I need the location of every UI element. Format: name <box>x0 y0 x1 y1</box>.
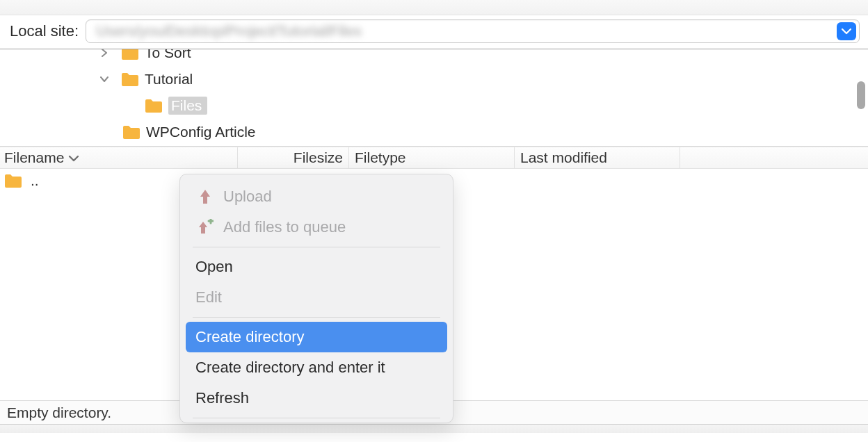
tree-label: WPConfig Article <box>146 124 256 140</box>
column-label: Filename <box>4 149 64 166</box>
menu-label: Open <box>195 258 233 276</box>
tree-row-files[interactable]: Files <box>0 92 868 119</box>
tree-row-tutorial[interactable]: Tutorial <box>0 66 868 92</box>
folder-icon <box>121 72 139 87</box>
folder-icon <box>4 173 22 188</box>
column-label: Filetype <box>355 149 406 166</box>
tree-label: To Sort <box>145 49 191 61</box>
chevron-down-icon[interactable] <box>97 72 111 86</box>
menu-item-create-directory[interactable]: Create directory <box>186 322 447 352</box>
folder-icon <box>145 98 163 113</box>
column-filesize[interactable]: Filesize <box>238 147 349 168</box>
parent-dir-label: .. <box>31 172 39 189</box>
column-spacer <box>680 147 868 168</box>
column-label: Last modified <box>520 149 607 166</box>
menu-label: Refresh <box>195 389 249 407</box>
local-site-path-bar: Local site: Users/you/Desktop/Project/Tu… <box>0 15 868 49</box>
column-filetype[interactable]: Filetype <box>349 147 515 168</box>
upload-arrow-icon <box>195 187 215 206</box>
local-folder-tree[interactable]: To Sort Tutorial Files <box>0 49 868 147</box>
window-toolbar-strip <box>0 0 868 15</box>
local-site-path-field[interactable]: Users/you/Desktop/Project/Tutorial/Files <box>86 19 860 43</box>
menu-item-refresh[interactable]: Refresh <box>180 383 453 414</box>
chevron-right-icon[interactable] <box>97 49 111 60</box>
menu-item-edit: Edit <box>180 282 453 313</box>
file-list-columns: Filename Filesize Filetype Last modified <box>0 147 868 169</box>
tree-row-wpconfig-article[interactable]: WPConfig Article <box>0 119 868 145</box>
menu-item-create-directory-enter[interactable]: Create directory and enter it <box>180 352 453 383</box>
tree-row-to-sort[interactable]: To Sort <box>0 49 868 66</box>
menu-separator <box>193 247 440 247</box>
column-last-modified[interactable]: Last modified <box>515 147 680 168</box>
menu-label: Create directory <box>195 328 305 346</box>
menu-item-add-to-queue: Add files to queue <box>180 212 453 243</box>
status-text: Empty directory. <box>7 404 111 421</box>
chevron-down-icon <box>842 28 851 35</box>
menu-label: Upload <box>223 188 272 206</box>
menu-item-open[interactable]: Open <box>180 252 453 282</box>
menu-item-upload: Upload <box>180 181 453 212</box>
menu-separator <box>193 317 440 318</box>
folder-icon <box>121 49 139 60</box>
menu-label: Add files to queue <box>223 218 346 236</box>
column-filename[interactable]: Filename <box>0 147 238 168</box>
upload-arrow-plus-icon <box>195 218 215 237</box>
tree-scrollbar[interactable] <box>857 81 865 109</box>
local-site-path-value: Users/you/Desktop/Project/Tutorial/Files <box>96 22 361 40</box>
sort-chevron-down-icon <box>68 149 79 166</box>
path-dropdown-button[interactable] <box>837 22 856 40</box>
local-site-label: Local site: <box>10 22 79 40</box>
tree-label-selected: Files <box>168 97 207 115</box>
folder-icon <box>122 124 140 140</box>
tree-label: Tutorial <box>145 71 193 88</box>
menu-label: Edit <box>195 288 222 306</box>
menu-separator <box>193 418 440 418</box>
window-bottom-strip <box>0 425 868 433</box>
column-label: Filesize <box>294 149 343 166</box>
menu-label: Create directory and enter it <box>195 359 385 377</box>
file-context-menu[interactable]: Upload Add files to queue Open Edit Crea… <box>179 174 453 423</box>
